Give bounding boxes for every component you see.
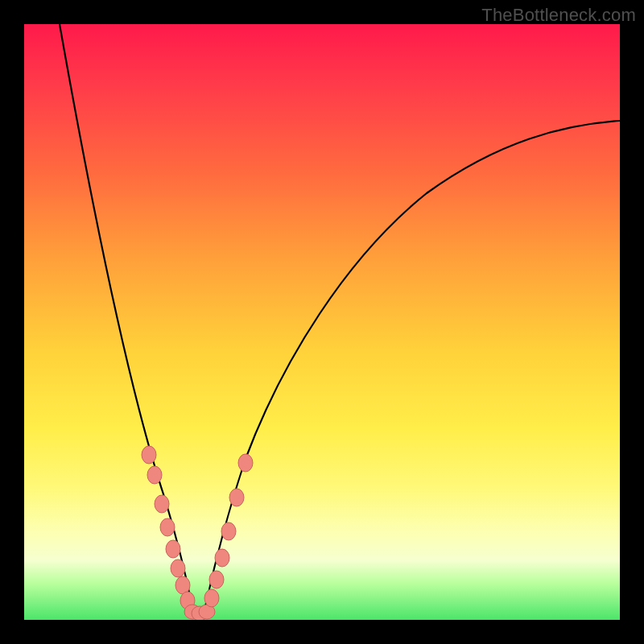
right-branch-curve [203, 121, 620, 618]
marker-dot [142, 446, 156, 464]
marker-dot [238, 454, 253, 472]
marker-dot [160, 518, 175, 536]
chart-stage: TheBottleneck.com [0, 0, 644, 644]
marker-dot [229, 489, 244, 506]
marker-dot [166, 540, 180, 558]
marker-dot [155, 495, 169, 513]
plot-area [24, 24, 620, 620]
marker-dot [147, 466, 162, 484]
curves-svg [24, 24, 620, 620]
marker-dot [215, 549, 229, 567]
marker-dot [204, 589, 219, 607]
marker-dot [221, 522, 236, 540]
marker-dot [171, 559, 185, 577]
watermark-text: TheBottleneck.com [481, 5, 636, 26]
marker-group [142, 446, 253, 620]
marker-dot [209, 571, 224, 588]
